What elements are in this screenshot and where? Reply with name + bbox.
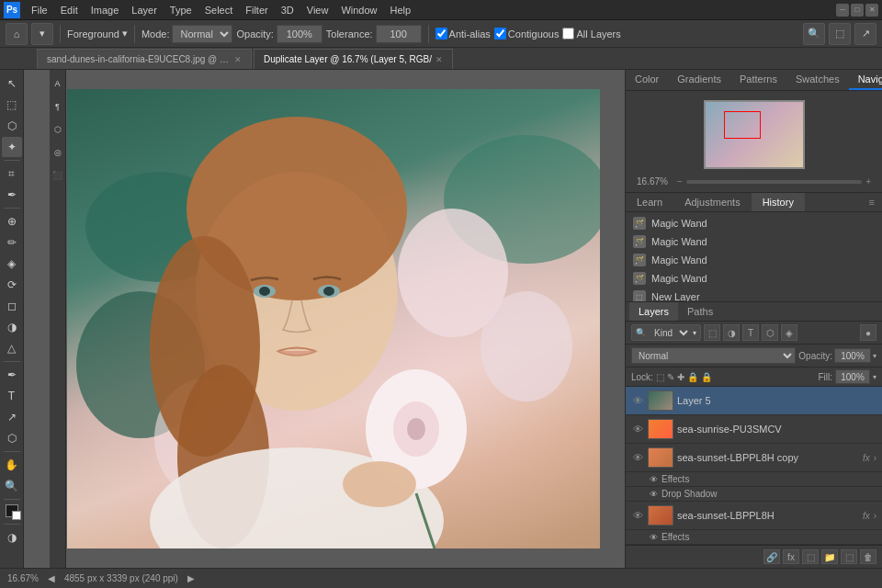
tab-paths[interactable]: Paths	[678, 302, 722, 321]
maximize-button[interactable]: □	[851, 4, 864, 17]
tab-1-close[interactable]: ✕	[234, 55, 242, 64]
filter-toggle-button[interactable]: ●	[860, 324, 876, 341]
lock-artboard-icon[interactable]: 🔒	[687, 372, 698, 382]
tool-options-button[interactable]: ▾	[31, 23, 53, 45]
blur-tool[interactable]: △	[2, 338, 22, 358]
healing-tool[interactable]: ⊕	[2, 211, 22, 232]
navigator-preview[interactable]	[704, 100, 805, 169]
magic-wand-tool[interactable]: ✦	[2, 137, 22, 157]
text-tool[interactable]: T	[2, 386, 22, 406]
all-layers-option[interactable]: All Layers	[562, 28, 620, 40]
zoom-slider[interactable]	[686, 180, 862, 184]
side-icon-5[interactable]: ⬛	[48, 165, 68, 186]
blend-mode-select[interactable]: Normal	[631, 347, 796, 364]
opacity-input[interactable]	[277, 25, 322, 43]
history-item-5[interactable]: ⬚ New Layer	[626, 288, 882, 301]
menu-window[interactable]: Window	[335, 3, 382, 17]
sea-sunrise-visibility[interactable]: 👁	[631, 423, 644, 435]
tab-patterns[interactable]: Patterns	[730, 70, 786, 90]
menu-filter[interactable]: Filter	[240, 3, 273, 17]
history-menu-icon[interactable]: ≡	[862, 193, 882, 211]
brush-tool[interactable]: ✏	[2, 232, 22, 253]
side-icon-2[interactable]: ¶	[48, 96, 68, 117]
crop-tool[interactable]: ⌗	[2, 164, 22, 184]
layer-item-layer5[interactable]: 👁 Layer 5	[626, 387, 882, 415]
status-nav-left[interactable]: ◀	[48, 573, 55, 583]
lock-all-icon[interactable]: 🔒	[701, 372, 712, 382]
menu-type[interactable]: Type	[164, 3, 198, 17]
menu-layer[interactable]: Layer	[126, 3, 163, 17]
layer-item-sea-sunset[interactable]: 👁 sea-sunset-LBPPL8H fx ›	[626, 502, 882, 530]
shape-tool[interactable]: ⬡	[2, 428, 22, 448]
history-item-4[interactable]: 🪄 Magic Wand	[626, 269, 882, 288]
zoom-in-icon[interactable]: +	[865, 176, 871, 187]
history-brush-tool[interactable]: ⟳	[2, 275, 22, 295]
tab-learn[interactable]: Learn	[626, 193, 673, 211]
zoom-out-icon[interactable]: −	[677, 176, 683, 187]
add-style-button[interactable]: fx	[783, 549, 799, 564]
menu-3d[interactable]: 3D	[276, 3, 300, 17]
gradient-tool[interactable]: ◑	[2, 317, 22, 337]
anti-alias-checkbox[interactable]	[435, 28, 447, 40]
menu-edit[interactable]: Edit	[55, 3, 84, 17]
lock-pixels-icon[interactable]: ⬚	[656, 372, 664, 382]
eyedropper-tool[interactable]: ✒	[2, 185, 22, 205]
sea-sunset-copy-visibility[interactable]: 👁	[631, 451, 644, 464]
mode-select[interactable]: Normal	[172, 25, 232, 43]
foreground-selector[interactable]: Foreground ▾	[67, 28, 128, 40]
add-mask-button[interactable]: ⬚	[802, 549, 819, 564]
tab-history[interactable]: History	[752, 193, 805, 211]
tolerance-input[interactable]	[376, 25, 422, 43]
workspace-button[interactable]: ⬚	[829, 23, 851, 45]
stamp-tool[interactable]: ◈	[2, 254, 22, 274]
fill-input[interactable]	[835, 369, 870, 384]
selection-tool[interactable]: ⬚	[2, 95, 22, 115]
side-icon-4[interactable]: ◎	[48, 142, 68, 163]
lasso-tool[interactable]: ⬡	[2, 116, 22, 136]
hand-tool[interactable]: ✋	[2, 455, 22, 475]
side-icon-3[interactable]: ⬡	[48, 119, 68, 140]
search-button[interactable]: 🔍	[803, 23, 825, 45]
opacity-input[interactable]	[834, 348, 871, 363]
filter-smart-button[interactable]: ◈	[781, 324, 797, 341]
anti-alias-option[interactable]: Anti-alias	[435, 28, 491, 40]
tab-color[interactable]: Color	[626, 70, 668, 90]
history-item-1[interactable]: 🪄 Magic Wand	[626, 214, 882, 232]
pen-tool[interactable]: ✒	[2, 365, 22, 385]
eraser-tool[interactable]: ◻	[2, 296, 22, 316]
layer-item-sea-sunrise[interactable]: 👁 sea-sunrise-PU3SMCV	[626, 415, 882, 444]
home-button[interactable]: ⌂	[6, 23, 28, 45]
tab-2[interactable]: Duplicate Layer @ 16.7% (Layer 5, RGB/ ✕	[254, 49, 453, 69]
history-item-3[interactable]: 🪄 Magic Wand	[626, 251, 882, 269]
new-layer-button[interactable]: ⬚	[841, 549, 857, 564]
opacity-dropdown-icon[interactable]: ▾	[873, 352, 876, 360]
all-layers-checkbox[interactable]	[562, 28, 574, 40]
status-nav-right[interactable]: ▶	[187, 573, 195, 583]
layer-item-sea-sunset-copy[interactable]: 👁 sea-sunset-LBPPL8H copy fx ›	[626, 444, 882, 472]
tab-layers[interactable]: Layers	[629, 302, 678, 321]
filter-adjust-button[interactable]: ◑	[723, 324, 740, 341]
contiguous-checkbox[interactable]	[494, 28, 506, 40]
menu-view[interactable]: View	[301, 3, 334, 17]
filter-type-button[interactable]: T	[742, 324, 759, 341]
lock-position-icon[interactable]: ✎	[667, 372, 674, 382]
canvas-image[interactable]	[67, 89, 600, 548]
fill-dropdown-icon[interactable]: ▾	[873, 373, 876, 381]
zoom-tool[interactable]: 🔍	[2, 476, 22, 496]
tab-adjustments[interactable]: Adjustments	[673, 193, 752, 211]
filter-kind-select[interactable]: Kind	[648, 324, 691, 341]
menu-file[interactable]: File	[26, 3, 53, 17]
foreground-color-swatch[interactable]	[6, 504, 18, 517]
menu-image[interactable]: Image	[85, 3, 125, 17]
menu-select[interactable]: Select	[199, 3, 239, 17]
lock-move-icon[interactable]: ✚	[677, 372, 684, 382]
menu-help[interactable]: Help	[385, 3, 417, 17]
canvas-area[interactable]: A ¶ ⬡ ◎ ⬛	[24, 70, 625, 568]
sea-sunset-visibility[interactable]: 👁	[631, 509, 644, 522]
delete-layer-button[interactable]: 🗑	[860, 549, 876, 564]
new-group-button[interactable]: 📁	[821, 549, 838, 564]
quick-mask-button[interactable]: ◑	[2, 527, 22, 548]
tab-gradients[interactable]: Gradients	[668, 70, 730, 90]
tab-1[interactable]: sand-dunes-in-california-E9UCEC8.jpg @ 2…	[37, 49, 252, 69]
filter-pixel-button[interactable]: ⬚	[704, 324, 720, 341]
